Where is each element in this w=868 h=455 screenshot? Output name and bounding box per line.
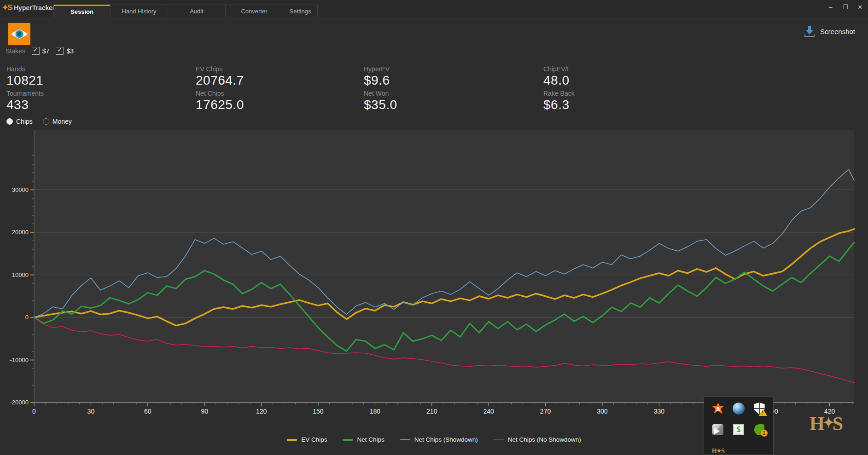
notification-badge: 1 [761,430,768,437]
legend-label: Net Chips (Showdown) [414,436,478,443]
hypertracker-window: ✦S HyperTracker – ❐ ✕ Session Hand Histo… [0,0,868,455]
svg-text:150: 150 [313,408,324,415]
stat-ev-chips: EV Chips20764.7 [196,65,348,88]
avast-antivirus-icon[interactable]: a [712,403,724,415]
radio-chips-label: Chips [16,118,33,125]
restore-button[interactable]: ❐ [840,2,851,12]
svg-text:30000: 30000 [12,186,29,193]
svg-text:30: 30 [87,408,95,415]
tab-settings[interactable]: Settings [283,5,318,17]
stat-hands: Hands10821 [6,65,158,88]
svg-text:0: 0 [25,314,29,321]
svg-text:60: 60 [144,408,151,415]
tab-bar: Session Hand History Audit Converter Set… [54,5,318,17]
screenshot-label: Screenshot [820,28,855,35]
stakes-label: Stakes [6,47,25,55]
svg-text:210: 210 [426,408,437,415]
download-arrow-icon [804,25,816,37]
legend-item: Net Chips [343,436,384,443]
svg-text:180: 180 [370,408,381,415]
radio-money-label: Money [52,118,72,125]
stat-hyperev: HyperEV$9.6 [364,65,516,88]
screenshot-button[interactable]: Screenshot [804,25,855,37]
legend-label: EV Chips [301,436,327,443]
app-logo-icon: ✦S [2,3,12,12]
radio-unselected-icon [43,118,49,125]
stake-checkbox-3[interactable]: ✓ $3 [56,47,74,55]
svg-text:90: 90 [201,408,208,415]
svg-text:240: 240 [483,408,494,415]
tab-session[interactable]: Session [53,5,111,17]
legend-item: EV Chips [287,436,327,443]
svg-text:-10000: -10000 [10,357,29,363]
svg-text:300: 300 [597,408,608,415]
legend-swatch-icon [343,439,353,441]
stat-net-won: Net Won$35.0 [364,90,516,112]
legend-item: Net Chips (Showdown) [400,436,478,443]
legend-swatch-icon [494,439,504,440]
stake-3-label: $3 [66,47,74,55]
results-line-chart[interactable]: -20000-100000100002000030000030609012015… [0,127,868,432]
radio-selected-icon [6,118,13,125]
stat-tournaments: Tournaments433 [6,90,158,112]
minimize-button[interactable]: – [826,2,836,12]
window-controls: – ❐ ✕ [826,0,865,14]
svg-text:-20000: -20000 [10,399,29,406]
stat-chipev-t: ChipEV/t48.0 [543,65,695,88]
radio-chips[interactable]: Chips [6,118,33,125]
svg-text:20000: 20000 [12,229,29,236]
stakes-filter: Stakes ✓ $7 ✓ $3 [6,47,74,55]
stake-7-label: $7 [42,47,50,55]
update-notifier-icon[interactable]: 1 [754,424,764,435]
app-eye-logo [8,23,30,45]
svg-text:330: 330 [654,408,665,415]
close-button[interactable]: ✕ [855,2,865,12]
radio-money[interactable]: Money [43,118,72,125]
system-tray-popup: a ! S 1 H✦S [704,397,774,455]
checkbox-icon: ✓ [32,47,40,55]
stat-rake-back: Rake Back$6.3 [543,90,695,112]
tab-converter[interactable]: Converter [225,5,283,17]
sandboxie-icon[interactable]: S [733,424,744,435]
hypertracker-tray-icon[interactable]: H✦S [712,447,724,455]
tab-audit[interactable]: Audit [168,5,226,17]
legend-label: Net Chips [357,436,384,443]
legend-item: Net Chips (No Showdown) [494,436,581,443]
tab-hand-history[interactable]: Hand History [110,5,168,17]
hs-watermark-logo: H ✦ S [810,414,843,433]
stat-net-chips: Net Chips17625.0 [196,90,348,112]
legend-label: Net Chips (No Showdown) [508,436,581,443]
legend-swatch-icon [400,439,410,440]
stake-checkbox-7[interactable]: ✓ $7 [32,47,50,55]
svg-text:10000: 10000 [12,271,29,278]
blue-orb-icon[interactable] [733,403,745,415]
greenshot-icon[interactable] [712,424,723,435]
unit-toggle: Chips Money [6,118,72,125]
app-title: HyperTracker [14,4,55,12]
svg-text:270: 270 [540,408,551,415]
legend-swatch-icon [287,439,297,441]
warning-triangle-icon: ! [759,409,767,416]
svg-text:0: 0 [32,408,36,415]
svg-text:120: 120 [256,408,267,415]
checkbox-icon: ✓ [56,47,64,55]
windows-defender-alert-icon[interactable]: ! [754,403,765,415]
